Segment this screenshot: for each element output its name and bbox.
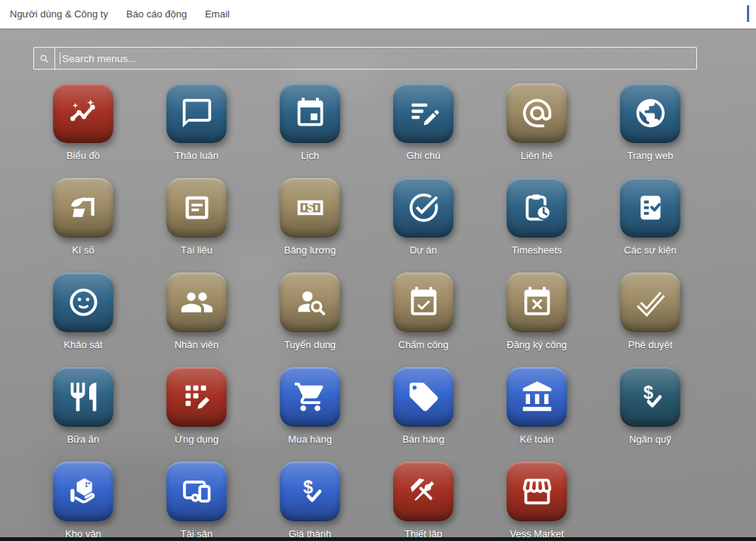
app-tile-ngan-quy[interactable]: $ — [620, 367, 680, 427]
app-cell: Kho vận — [26, 462, 140, 541]
app-cell: Khảo sát — [26, 272, 140, 367]
app-label: Liên hệ — [521, 150, 553, 161]
app-cell: $Ngân quỹ — [593, 367, 707, 462]
app-tile-phe-duyet[interactable] — [620, 272, 680, 332]
calendar-icon — [293, 96, 327, 130]
apps-edit-icon — [180, 380, 214, 414]
speech-bubble-icon — [180, 96, 214, 130]
app-label: Mua hàng — [288, 434, 332, 445]
tag-icon — [407, 380, 441, 414]
app-tile-ke-toan[interactable] — [507, 367, 567, 427]
app-tile-cac-su-kien[interactable] — [620, 178, 680, 238]
bottom-edge-strip — [0, 537, 756, 541]
app-cell: Chấm công — [367, 272, 480, 367]
app-label: Nhân viên — [175, 339, 219, 350]
note-edit-icon — [407, 96, 441, 130]
cart-icon — [293, 380, 327, 414]
app-tile-khao-sat[interactable] — [53, 272, 113, 332]
app-tile-nhan-vien[interactable] — [166, 272, 227, 332]
app-tile-tai-lieu[interactable] — [166, 178, 227, 238]
list-check-icon — [634, 191, 668, 225]
app-launcher-screen: Người dùng & Công ty Báo cáo động Email … — [0, 0, 756, 541]
app-label: Đăng ký công — [507, 339, 567, 350]
app-label: Bán hàng — [402, 434, 445, 445]
app-grid: Biểu đồThảo luậnLịchGhi chúLiên hệTrang … — [26, 83, 730, 541]
top-menubar: Người dùng & Công ty Báo cáo động Email — [0, 0, 756, 29]
smiley-icon — [67, 285, 101, 319]
app-label: Dự án — [410, 244, 437, 256]
app-cell: Đăng ký công — [480, 272, 593, 367]
app-cell: Kế toán — [480, 367, 593, 462]
people-icon — [180, 285, 214, 319]
app-tile-bieu-do[interactable] — [53, 83, 113, 143]
globe-icon — [634, 96, 668, 130]
clipboard-clock-icon — [520, 191, 554, 225]
app-tile-bang-luong[interactable]: $ — [280, 178, 340, 238]
app-label: Các sự kiện — [624, 244, 676, 256]
app-cell: Ứng dụng — [140, 367, 253, 462]
app-tile-mua-hang[interactable] — [280, 367, 340, 427]
app-tile-tuyen-dung[interactable] — [280, 272, 340, 332]
signature-icon — [67, 191, 101, 225]
app-tile-tai-san[interactable] — [166, 462, 227, 521]
app-cell: Bán hàng — [367, 367, 480, 462]
text-cursor-fragment — [747, 5, 756, 22]
calendar-x-icon — [520, 285, 554, 319]
menu-users-companies[interactable]: Người dùng & Công ty — [10, 8, 108, 20]
app-label: Ngân quỹ — [629, 434, 671, 445]
utensils-icon — [67, 380, 101, 414]
money-bill-icon: $ — [293, 191, 327, 225]
app-cell: $Giá thành — [253, 462, 367, 541]
app-cell: Biểu đồ — [26, 83, 140, 178]
app-label: Khảo sát — [64, 339, 102, 350]
calendar-check-icon — [407, 285, 441, 319]
app-label: Phê duyệt — [628, 339, 673, 350]
app-tile-thao-luan[interactable] — [166, 83, 227, 143]
app-cell: Tài sản — [140, 462, 253, 541]
bank-icon — [520, 380, 554, 414]
app-cell: Thiết lập — [367, 462, 480, 541]
menu-email[interactable]: Email — [205, 8, 230, 20]
app-cell: Bữa ăn — [26, 367, 140, 462]
app-cell: Vess Market — [480, 462, 593, 541]
app-tile-du-an[interactable] — [393, 178, 454, 238]
app-label: Biểu đồ — [67, 150, 100, 161]
app-tile-gia-thanh[interactable]: $ — [280, 462, 340, 521]
app-cell: Kí số — [26, 178, 140, 272]
menu-dynamic-reports[interactable]: Báo cáo động — [126, 8, 187, 20]
storefront-icon — [520, 474, 554, 508]
line-chart-icon — [67, 96, 101, 130]
menu-search-bar — [33, 47, 697, 70]
app-label: Tài liệu — [181, 244, 212, 256]
app-label: Thảo luận — [175, 150, 218, 161]
app-tile-trang-web[interactable] — [620, 83, 680, 143]
app-cell: Thảo luận — [140, 83, 253, 178]
app-cell: Mua hàng — [253, 367, 367, 462]
app-label: Bảng lương — [284, 244, 336, 256]
app-tile-cham-cong[interactable] — [393, 272, 454, 332]
app-tile-ki-so[interactable] — [53, 178, 113, 238]
app-tile-kho-van[interactable] — [53, 462, 113, 521]
app-tile-ghi-chu[interactable] — [393, 83, 454, 143]
app-cell: Tài liệu — [140, 178, 253, 272]
app-tile-vess-market[interactable] — [507, 462, 567, 521]
svg-text:$: $ — [307, 201, 314, 214]
app-tile-lich[interactable] — [280, 83, 340, 143]
svg-text:$: $ — [643, 383, 652, 403]
app-label: Kí số — [72, 244, 94, 256]
app-tile-thiet-lap[interactable] — [393, 462, 454, 521]
svg-text:$: $ — [302, 477, 312, 497]
document-icon — [180, 191, 214, 225]
app-tile-bua-an[interactable] — [53, 367, 113, 427]
app-tile-ung-dung[interactable] — [166, 367, 227, 427]
app-label: Kế toán — [520, 434, 554, 445]
app-tile-lien-he[interactable] — [507, 83, 567, 143]
app-label: Ghi chú — [407, 150, 441, 161]
app-cell: Ghi chú — [367, 83, 480, 178]
app-tile-ban-hang[interactable] — [393, 367, 454, 427]
app-cell: Tuyển dụng — [253, 272, 367, 367]
app-tile-timesheets[interactable] — [507, 178, 567, 238]
tools-icon — [407, 474, 441, 508]
app-tile-dang-ky-cong[interactable] — [507, 272, 567, 332]
search-input[interactable] — [60, 53, 696, 64]
